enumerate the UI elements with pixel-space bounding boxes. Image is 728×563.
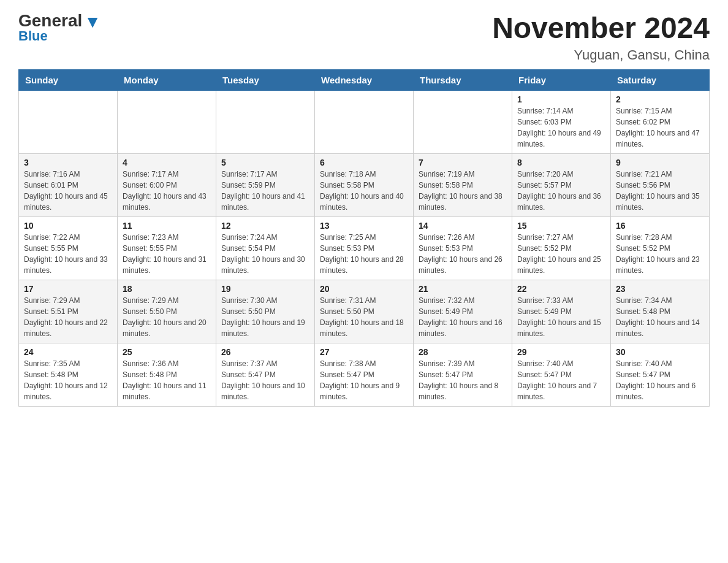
weekday-header-tuesday: Tuesday: [216, 69, 315, 90]
day-number: 6: [320, 158, 408, 167]
day-number: 20: [320, 284, 408, 294]
calendar-table: SundayMondayTuesdayWednesdayThursdayFrid…: [18, 69, 710, 407]
day-number: 18: [123, 284, 211, 294]
calendar-cell: 11Sunrise: 7:23 AMSunset: 5:55 PMDayligh…: [118, 216, 216, 280]
weekday-header-row: SundayMondayTuesdayWednesdayThursdayFrid…: [19, 69, 710, 90]
weekday-header-saturday: Saturday: [611, 69, 710, 90]
calendar-week-row: 10Sunrise: 7:22 AMSunset: 5:55 PMDayligh…: [19, 216, 710, 280]
day-number: 3: [24, 158, 112, 167]
day-number: 12: [221, 221, 309, 231]
day-info: Sunrise: 7:24 AMSunset: 5:54 PMDaylight:…: [221, 232, 309, 276]
calendar-cell: 24Sunrise: 7:35 AMSunset: 5:48 PMDayligh…: [19, 343, 118, 406]
calendar-cell: 17Sunrise: 7:29 AMSunset: 5:51 PMDayligh…: [19, 280, 118, 343]
day-info: Sunrise: 7:23 AMSunset: 5:55 PMDaylight:…: [123, 232, 211, 276]
day-number: 4: [123, 158, 211, 167]
calendar-cell: 14Sunrise: 7:26 AMSunset: 5:53 PMDayligh…: [414, 216, 512, 280]
weekday-header-thursday: Thursday: [414, 69, 512, 90]
day-info: Sunrise: 7:33 AMSunset: 5:49 PMDaylight:…: [517, 295, 605, 339]
weekday-header-wednesday: Wednesday: [315, 69, 414, 90]
day-number: 30: [616, 347, 704, 357]
day-number: 13: [320, 221, 408, 231]
calendar-cell: 6Sunrise: 7:18 AMSunset: 5:58 PMDaylight…: [315, 153, 414, 216]
day-info: Sunrise: 7:26 AMSunset: 5:53 PMDaylight:…: [419, 232, 507, 276]
calendar-cell: 23Sunrise: 7:34 AMSunset: 5:48 PMDayligh…: [611, 280, 710, 343]
calendar-cell: 20Sunrise: 7:31 AMSunset: 5:50 PMDayligh…: [315, 280, 414, 343]
day-info: Sunrise: 7:30 AMSunset: 5:50 PMDaylight:…: [221, 295, 309, 339]
calendar-week-row: 3Sunrise: 7:16 AMSunset: 6:01 PMDaylight…: [19, 153, 710, 216]
day-number: 1: [517, 94, 605, 104]
logo-blue-text: Blue: [18, 28, 48, 44]
day-number: 9: [616, 158, 704, 167]
day-number: 27: [320, 347, 408, 357]
calendar-title: November 2024: [492, 12, 710, 45]
day-info: Sunrise: 7:14 AMSunset: 6:03 PMDaylight:…: [517, 105, 605, 150]
day-number: 17: [24, 284, 112, 294]
day-info: Sunrise: 7:35 AMSunset: 5:48 PMDaylight:…: [24, 358, 112, 402]
day-number: 19: [221, 284, 309, 294]
day-number: 7: [419, 158, 507, 167]
day-info: Sunrise: 7:28 AMSunset: 5:52 PMDaylight:…: [616, 232, 704, 276]
location-subtitle: Yuguan, Gansu, China: [492, 47, 710, 63]
calendar-cell: 15Sunrise: 7:27 AMSunset: 5:52 PMDayligh…: [512, 216, 611, 280]
day-info: Sunrise: 7:25 AMSunset: 5:53 PMDaylight:…: [320, 232, 408, 276]
calendar-cell: 26Sunrise: 7:37 AMSunset: 5:47 PMDayligh…: [216, 343, 315, 406]
calendar-cell: 29Sunrise: 7:40 AMSunset: 5:47 PMDayligh…: [512, 343, 611, 406]
day-info: Sunrise: 7:17 AMSunset: 5:59 PMDaylight:…: [221, 169, 309, 213]
day-number: 26: [221, 347, 309, 357]
day-number: 8: [517, 158, 605, 167]
day-info: Sunrise: 7:34 AMSunset: 5:48 PMDaylight:…: [616, 295, 704, 339]
day-info: Sunrise: 7:39 AMSunset: 5:47 PMDaylight:…: [419, 358, 507, 402]
calendar-cell: 12Sunrise: 7:24 AMSunset: 5:54 PMDayligh…: [216, 216, 315, 280]
day-info: Sunrise: 7:22 AMSunset: 5:55 PMDaylight:…: [24, 232, 112, 276]
day-number: 10: [24, 221, 112, 231]
calendar-week-row: 24Sunrise: 7:35 AMSunset: 5:48 PMDayligh…: [19, 343, 710, 406]
calendar-cell: 9Sunrise: 7:21 AMSunset: 5:56 PMDaylight…: [611, 153, 710, 216]
calendar-cell: [19, 90, 118, 153]
day-info: Sunrise: 7:32 AMSunset: 5:49 PMDaylight:…: [419, 295, 507, 339]
day-number: 29: [517, 347, 605, 357]
calendar-cell: 5Sunrise: 7:17 AMSunset: 5:59 PMDaylight…: [216, 153, 315, 216]
calendar-cell: 3Sunrise: 7:16 AMSunset: 6:01 PMDaylight…: [19, 153, 118, 216]
day-number: 15: [517, 221, 605, 231]
day-info: Sunrise: 7:40 AMSunset: 5:47 PMDaylight:…: [517, 358, 605, 402]
calendar-cell: 27Sunrise: 7:38 AMSunset: 5:47 PMDayligh…: [315, 343, 414, 406]
calendar-cell: [118, 90, 216, 153]
calendar-header: SundayMondayTuesdayWednesdayThursdayFrid…: [19, 69, 710, 90]
calendar-cell: 10Sunrise: 7:22 AMSunset: 5:55 PMDayligh…: [19, 216, 118, 280]
day-info: Sunrise: 7:40 AMSunset: 5:47 PMDaylight:…: [616, 358, 704, 402]
calendar-cell: 25Sunrise: 7:36 AMSunset: 5:48 PMDayligh…: [118, 343, 216, 406]
calendar-cell: 8Sunrise: 7:20 AMSunset: 5:57 PMDaylight…: [512, 153, 611, 216]
logo: General▼ Blue: [18, 12, 101, 44]
day-number: 5: [221, 158, 309, 167]
day-info: Sunrise: 7:17 AMSunset: 6:00 PMDaylight:…: [123, 169, 211, 213]
calendar-cell: 28Sunrise: 7:39 AMSunset: 5:47 PMDayligh…: [414, 343, 512, 406]
calendar-body: 1Sunrise: 7:14 AMSunset: 6:03 PMDaylight…: [19, 90, 710, 406]
weekday-header-friday: Friday: [512, 69, 611, 90]
day-info: Sunrise: 7:21 AMSunset: 5:56 PMDaylight:…: [616, 169, 704, 213]
calendar-cell: 2Sunrise: 7:15 AMSunset: 6:02 PMDaylight…: [611, 90, 710, 153]
day-number: 16: [616, 221, 704, 231]
day-info: Sunrise: 7:18 AMSunset: 5:58 PMDaylight:…: [320, 169, 408, 213]
day-info: Sunrise: 7:29 AMSunset: 5:51 PMDaylight:…: [24, 295, 112, 339]
calendar-week-row: 1Sunrise: 7:14 AMSunset: 6:03 PMDaylight…: [19, 90, 710, 153]
calendar-cell: 1Sunrise: 7:14 AMSunset: 6:03 PMDaylight…: [512, 90, 611, 153]
logo-triangle-icon: ▼: [84, 13, 101, 31]
day-number: 11: [123, 221, 211, 231]
day-info: Sunrise: 7:29 AMSunset: 5:50 PMDaylight:…: [123, 295, 211, 339]
day-info: Sunrise: 7:36 AMSunset: 5:48 PMDaylight:…: [123, 358, 211, 402]
calendar-cell: 13Sunrise: 7:25 AMSunset: 5:53 PMDayligh…: [315, 216, 414, 280]
weekday-header-monday: Monday: [118, 69, 216, 90]
day-number: 14: [419, 221, 507, 231]
day-info: Sunrise: 7:31 AMSunset: 5:50 PMDaylight:…: [320, 295, 408, 339]
calendar-week-row: 17Sunrise: 7:29 AMSunset: 5:51 PMDayligh…: [19, 280, 710, 343]
day-info: Sunrise: 7:20 AMSunset: 5:57 PMDaylight:…: [517, 169, 605, 213]
calendar-cell: 7Sunrise: 7:19 AMSunset: 5:58 PMDaylight…: [414, 153, 512, 216]
calendar-cell: 21Sunrise: 7:32 AMSunset: 5:49 PMDayligh…: [414, 280, 512, 343]
page-header: General▼ Blue November 2024 Yuguan, Gans…: [18, 12, 710, 63]
calendar-cell: 4Sunrise: 7:17 AMSunset: 6:00 PMDaylight…: [118, 153, 216, 216]
calendar-cell: 16Sunrise: 7:28 AMSunset: 5:52 PMDayligh…: [611, 216, 710, 280]
calendar-cell: 19Sunrise: 7:30 AMSunset: 5:50 PMDayligh…: [216, 280, 315, 343]
day-info: Sunrise: 7:27 AMSunset: 5:52 PMDaylight:…: [517, 232, 605, 276]
day-info: Sunrise: 7:19 AMSunset: 5:58 PMDaylight:…: [419, 169, 507, 213]
day-number: 22: [517, 284, 605, 294]
